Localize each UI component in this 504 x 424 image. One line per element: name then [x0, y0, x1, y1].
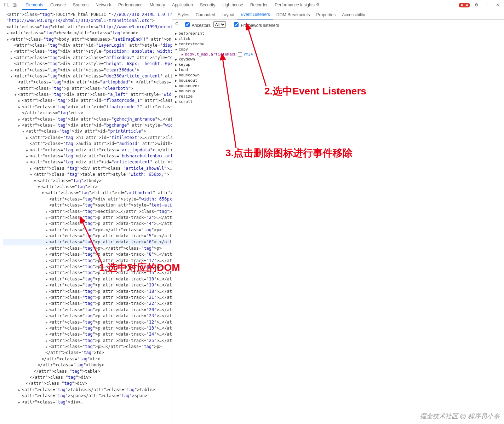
dom-node[interactable]: ▶<attr">class="tag">p attr">data-track="… [3, 313, 171, 319]
dom-node[interactable]: ▶<attr">class="tag">p attr">data-track="… [3, 319, 171, 325]
framework-checkbox[interactable]: Framework listeners [233, 21, 279, 28]
dom-node[interactable]: ▶<attr">class="tag">div attr">class="atf… [3, 55, 171, 61]
dom-node[interactable]: <attr">class="tag">p attr">class="clearb… [3, 86, 171, 92]
dom-node[interactable]: ▶<attr">class="tag">p attr">data-track="… [3, 331, 171, 337]
subtab-event-listeners[interactable]: Event Listeners [237, 10, 273, 19]
dom-node[interactable]: ▶<attr">class="tag">div>… [3, 399, 171, 405]
dom-node[interactable]: ▶<attr">class="tag">div attr">id="floatq… [3, 98, 171, 104]
dom-node[interactable]: "http://www.w3.org/TR/xhtml1/DTD/xhtml1-… [3, 18, 171, 24]
dom-node[interactable]: ▶<attr">class="tag">p attr">data-track="… [3, 301, 171, 307]
dom-node[interactable]: <attr">class="tag">div attr">style="widt… [3, 196, 171, 202]
dom-node[interactable]: ▶<attr">class="tag">div attr">id="bgchan… [3, 122, 171, 128]
dom-node[interactable]: <attr">class="tag">html attr">xmlns="htt… [3, 24, 171, 30]
tab-performance[interactable]: Performance [115, 0, 146, 10]
ancestors-checkbox[interactable]: Ancestors [184, 21, 211, 28]
dom-node[interactable]: ▶<attr">class="tag">div attr">class="art… [3, 165, 171, 172]
dom-node[interactable]: ▶<attr">class="tag">div attr">class="bds… [3, 153, 171, 159]
event-mouseout[interactable]: mouseout [175, 78, 501, 83]
dom-node[interactable]: ▶<attr">class="tag">p attr">data-track="… [3, 338, 171, 344]
dom-node[interactable]: ▶<attr">class="tag">p attr">data-track="… [3, 282, 171, 288]
subtab-properties[interactable]: Properties [313, 11, 339, 19]
tab-application[interactable]: Application [168, 0, 196, 10]
device-icon[interactable] [12, 2, 18, 8]
dom-node[interactable]: ▶<attr">class="tag">p attr">data-track="… [3, 215, 171, 221]
dom-node[interactable]: <attr">class="tag">!DOCTYPE html PUBLIC … [3, 12, 171, 18]
dom-node[interactable]: ▶<attr">class="tag">p attr">data-track="… [3, 289, 171, 295]
event-resize[interactable]: resize [175, 94, 501, 99]
tab-recorder[interactable]: Recorder [247, 0, 271, 10]
event-keydown[interactable]: keydown [175, 57, 501, 62]
dom-node[interactable]: ▶<attr">class="tag">section>…</attr">cla… [3, 209, 171, 215]
event-mouseover[interactable]: mouseover [175, 83, 501, 88]
event-mouseup[interactable]: mouseup [175, 88, 501, 94]
tab-elements[interactable]: Elements [22, 0, 47, 10]
tab-lighthouse[interactable]: Lighthouse [219, 0, 247, 10]
dom-node[interactable]: ▶<attr">class="tag">p attr">data-track="… [3, 233, 171, 239]
dom-node[interactable]: ▶<attr">class="tag">p attr">data-track="… [3, 276, 171, 282]
event-load[interactable]: load [175, 67, 501, 72]
dom-node[interactable]: ▼<attr">class="tag">tr> [3, 184, 171, 190]
dom-node[interactable]: ▼<attr">class="tag">tbody> [3, 178, 171, 184]
dom-node[interactable]: ▶<attr">class="tag">p attr">data-track="… [3, 270, 171, 276]
dom-node[interactable]: ▼<attr">class="tag">div attr">class="a_l… [3, 92, 171, 98]
subtab-accessibility[interactable]: Accessibility [339, 11, 368, 19]
dom-node[interactable]: ▶<attr">class="tag">p attr">data-track="… [3, 295, 171, 301]
event-beforeprint[interactable]: beforeprint [175, 31, 501, 36]
remove-listener-icon[interactable] [238, 52, 242, 57]
dom-node[interactable]: ▼<attr">class="tag">div attr">id="articl… [3, 159, 171, 165]
event-contextmenu[interactable]: contextmenu [175, 41, 501, 47]
dom-node[interactable]: <attr">class="tag">span></attr">class="t… [3, 393, 171, 399]
event-keyup[interactable]: keyup [175, 62, 501, 67]
dom-node[interactable]: </attr">class="tag">div> [3, 374, 171, 381]
kebab-icon[interactable]: ⋮ [484, 2, 490, 8]
gear-icon[interactable]: ⚙ [474, 2, 479, 8]
dom-node[interactable]: </attr">class="tag">td> [3, 350, 171, 356]
dom-node[interactable]: ▶<attr">class="tag">p>…</attr">class="ta… [3, 344, 171, 350]
dom-node[interactable]: ▶<attr">class="tag">p attr">data-track="… [3, 258, 171, 264]
dom-node[interactable]: <attr">class="tag">div attr">style="heig… [3, 61, 171, 67]
tab-perf-insights[interactable]: Performance insights ⚗ [271, 0, 323, 10]
dom-node[interactable]: ▶<attr">class="tag">p attr">data-track="… [3, 251, 171, 257]
dom-node[interactable]: ▼<attr">class="tag">table attr">style="w… [3, 172, 171, 178]
dom-node[interactable]: </attr">class="tag">div> [3, 110, 171, 116]
dom-node[interactable]: ▶<attr">class="tag">head>…</attr">class=… [3, 30, 171, 36]
dom-node[interactable]: <attr">class="tag">div attr">id="LayerLo… [3, 42, 171, 48]
dom-node-selected[interactable]: ▶<attr">class="tag">p attr">data-track="… [3, 239, 171, 245]
close-icon[interactable]: ✕ [495, 2, 500, 8]
tab-sources[interactable]: Sources [69, 0, 92, 10]
subtab-dom-breakpoints[interactable]: DOM Breakpoints [273, 11, 313, 19]
subtab-layout[interactable]: Layout [218, 11, 237, 19]
dom-node[interactable]: ▼<attr">class="tag">div attr">id="printA… [3, 128, 171, 134]
event-scroll[interactable]: scroll [175, 99, 501, 104]
dom-node[interactable]: <attr">class="tag">audio attr">id="audio… [3, 141, 171, 147]
dom-node[interactable]: ▼<attr">class="tag">body attr">onmouseup… [3, 36, 171, 42]
event-click[interactable]: click [175, 36, 501, 41]
dom-node[interactable]: ▶<attr">class="tag">p>…</attr">class="ta… [3, 264, 171, 270]
tab-security[interactable]: Security [196, 0, 219, 10]
dom-node[interactable]: </attr">class="tag">div> [3, 381, 171, 387]
event-listener-entry[interactable]: body.t_max.articleMaxHVM24:1 [182, 52, 501, 57]
inspect-icon[interactable] [4, 2, 9, 8]
scope-select[interactable]: All [213, 21, 226, 28]
dom-node[interactable]: ▶<attr">class="tag">p>…</attr">class="ta… [3, 227, 171, 233]
dom-node[interactable]: ▶<attr">class="tag">p>…</attr">class="ta… [3, 245, 171, 251]
refresh-icon[interactable] [174, 21, 181, 28]
tab-memory[interactable]: Memory [146, 0, 168, 10]
dom-tree-panel[interactable]: <attr">class="tag">!DOCTYPE html PUBLIC … [0, 10, 172, 424]
event-mousedown[interactable]: mousedown [175, 72, 501, 78]
dom-node[interactable]: ▼<attr">class="tag">div attr">class="doc… [3, 73, 171, 79]
dom-node[interactable]: ▶<attr">class="tag">div attr">class="cle… [3, 67, 171, 73]
dom-node[interactable]: ▶<attr">class="tag">div attr">class="gzh… [3, 116, 171, 122]
subtab-styles[interactable]: Styles [174, 11, 193, 19]
error-count-badge[interactable]: ◙ 14 [459, 3, 470, 7]
tab-console[interactable]: Console [47, 0, 69, 10]
subtab-computed[interactable]: Computed [193, 11, 218, 19]
dom-node[interactable]: ▶<attr">class="tag">div attr">style="pos… [3, 48, 171, 54]
dom-node[interactable]: </attr">class="tag">tbody> [3, 362, 171, 368]
dom-node[interactable]: ▶<attr">class="tag">p attr">data-track="… [3, 307, 171, 313]
dom-node[interactable]: ▼<attr">class="tag">td attr">id="artCont… [3, 190, 171, 196]
dom-node[interactable]: <attr">class="tag">section attr">style="… [3, 202, 171, 208]
dom-node[interactable]: ▶<attr">class="tag">table>…</attr">class… [3, 387, 171, 393]
dom-node[interactable]: ▶<attr">class="tag">p attr">data-track="… [3, 221, 171, 227]
dom-node[interactable]: </attr">class="tag">table> [3, 368, 171, 374]
